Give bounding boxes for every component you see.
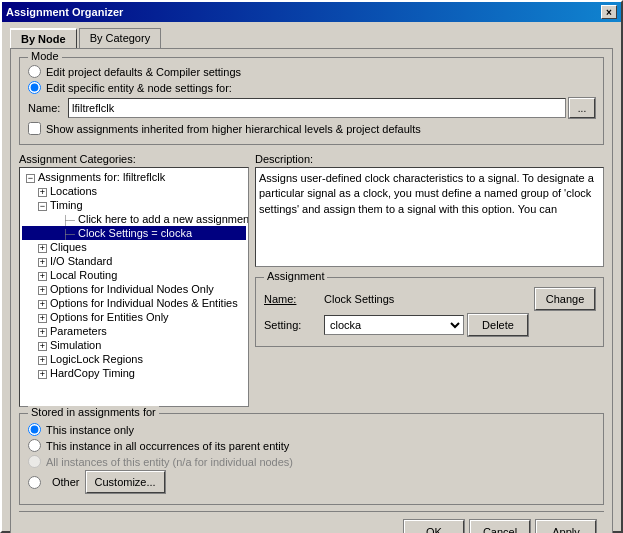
show-checkbox-row: Show assignments inherited from higher h… — [28, 122, 595, 135]
tree-item-label: Options for Individual Nodes & Entities — [50, 297, 238, 309]
tree-item[interactable]: +HardCopy Timing — [22, 366, 246, 380]
show-checkbox-label: Show assignments inherited from higher h… — [46, 123, 421, 135]
tree-item[interactable]: +LogicLock Regions — [22, 352, 246, 366]
tree-item-label: Click here to add a new assignment — [78, 213, 249, 225]
name-field-label: Name: — [28, 102, 68, 114]
assign-setting-row: Setting: clocka Delete — [264, 314, 595, 336]
tree-connector: ├─ — [62, 215, 78, 225]
tree-item-label: HardCopy Timing — [50, 367, 135, 379]
tree-connector: ├─ — [62, 229, 78, 239]
tree-item-label: Assignments for: lfiltreflclk — [38, 171, 165, 183]
assign-name-label: Name: — [264, 293, 324, 305]
assign-setting-label: Setting: — [264, 319, 324, 331]
tree-item[interactable]: +I/O Standard — [22, 254, 246, 268]
left-panel-label: Assignment Categories: — [19, 153, 249, 165]
close-button[interactable]: × — [601, 5, 617, 19]
tree-item-label: Clock Settings = clocka — [78, 227, 192, 239]
title-bar: Assignment Organizer × — [2, 2, 621, 22]
change-button[interactable]: Change — [535, 288, 595, 310]
assign-name-value: Clock Settings — [324, 293, 535, 305]
stored-option4-row: Other Customize... — [28, 471, 595, 493]
mode-option1-row: Edit project defaults & Compiler setting… — [28, 65, 595, 78]
mode-option2-radio[interactable] — [28, 81, 41, 94]
customize-button[interactable]: Customize... — [86, 471, 165, 493]
tree-item-label: I/O Standard — [50, 255, 112, 267]
setting-select[interactable]: clocka — [324, 315, 464, 335]
stored-option1-row: This instance only — [28, 423, 595, 436]
tree-item-label: Parameters — [50, 325, 107, 337]
tree-item[interactable]: +Locations — [22, 184, 246, 198]
tree-item[interactable]: +Cliques — [22, 240, 246, 254]
name-row: Name: ... — [28, 98, 595, 118]
stored-section-title: Stored in assignments for — [28, 406, 159, 418]
mode-option1-radio[interactable] — [28, 65, 41, 78]
tree-item-label: Timing — [50, 199, 83, 211]
cancel-button[interactable]: Cancel — [470, 520, 530, 533]
stored-option3-row: All instances of this entity (n/a for in… — [28, 455, 595, 468]
tree-item-label: Local Routing — [50, 269, 117, 281]
window-title: Assignment Organizer — [6, 6, 123, 18]
separator — [19, 511, 604, 512]
desc-label: Description: — [255, 153, 604, 165]
stored-section: Stored in assignments for This instance … — [19, 413, 604, 505]
tree-item[interactable]: −Timing — [22, 198, 246, 212]
right-panel: Description: Assigns user-defined clock … — [255, 153, 604, 407]
left-panel: Assignment Categories: −Assignments for:… — [19, 153, 249, 407]
delete-button[interactable]: Delete — [468, 314, 528, 336]
mode-option2-row: Edit specific entity & node settings for… — [28, 81, 595, 94]
browse-button[interactable]: ... — [569, 98, 595, 118]
desc-text: Assigns user-defined clock characteristi… — [259, 172, 594, 215]
tree-item[interactable]: +Simulation — [22, 338, 246, 352]
expand-icon: + — [38, 286, 47, 295]
apply-button[interactable]: Apply — [536, 520, 596, 533]
tree-item-label: Options for Individual Nodes Only — [50, 283, 214, 295]
stored-option3-label: All instances of this entity (n/a for in… — [46, 456, 293, 468]
mode-option1-label: Edit project defaults & Compiler setting… — [46, 66, 241, 78]
tree-item[interactable]: ├─ Click here to add a new assignment — [22, 212, 246, 226]
stored-option4-label: Other — [52, 476, 80, 488]
stored-option1-label: This instance only — [46, 424, 134, 436]
tab-by-category[interactable]: By Category — [79, 28, 162, 48]
expand-icon: + — [38, 328, 47, 337]
stored-option2-row: This instance in all occurrences of its … — [28, 439, 595, 452]
expand-icon: + — [38, 188, 47, 197]
stored-option2-label: This instance in all occurrences of its … — [46, 440, 289, 452]
name-input[interactable] — [68, 98, 566, 118]
expand-icon: + — [38, 314, 47, 323]
tree-item[interactable]: +Options for Entities Only — [22, 310, 246, 324]
show-inherited-checkbox[interactable] — [28, 122, 41, 135]
collapse-icon: − — [38, 202, 47, 211]
tree-item[interactable]: ├─ Clock Settings = clocka — [22, 226, 246, 240]
stored-option3-radio[interactable] — [28, 455, 41, 468]
assign-name-row: Name: Clock Settings Change — [264, 288, 595, 310]
tree-item[interactable]: +Local Routing — [22, 268, 246, 282]
tab-by-node[interactable]: By Node — [10, 28, 77, 48]
ok-button[interactable]: OK — [404, 520, 464, 533]
mode-groupbox: Mode Edit project defaults & Compiler se… — [19, 57, 604, 145]
collapse-icon: − — [26, 174, 35, 183]
tree-item[interactable]: +Parameters — [22, 324, 246, 338]
mode-option2-label: Edit specific entity & node settings for… — [46, 82, 232, 94]
main-panels: Assignment Categories: −Assignments for:… — [19, 153, 604, 407]
tree-item-label: Locations — [50, 185, 97, 197]
assignment-section: Assignment Name: Clock Settings Change S… — [255, 277, 604, 347]
expand-icon: + — [38, 258, 47, 267]
description-box: Assigns user-defined clock characteristi… — [255, 167, 604, 267]
stored-option4-radio[interactable] — [28, 476, 41, 489]
expand-icon: + — [38, 272, 47, 281]
assignment-section-title: Assignment — [264, 270, 327, 282]
mode-group-title: Mode — [28, 50, 62, 62]
expand-icon: + — [38, 370, 47, 379]
stored-option1-radio[interactable] — [28, 423, 41, 436]
assignment-tree[interactable]: −Assignments for: lfiltreflclk+Locations… — [19, 167, 249, 407]
tree-item-label: Cliques — [50, 241, 87, 253]
stored-option2-radio[interactable] — [28, 439, 41, 452]
tree-item-label: Options for Entities Only — [50, 311, 169, 323]
expand-icon: + — [38, 244, 47, 253]
tree-item[interactable]: +Options for Individual Nodes Only — [22, 282, 246, 296]
tree-item[interactable]: +Options for Individual Nodes & Entities — [22, 296, 246, 310]
expand-icon: + — [38, 300, 47, 309]
expand-icon: + — [38, 356, 47, 365]
expand-icon: + — [38, 342, 47, 351]
tree-item[interactable]: −Assignments for: lfiltreflclk — [22, 170, 246, 184]
